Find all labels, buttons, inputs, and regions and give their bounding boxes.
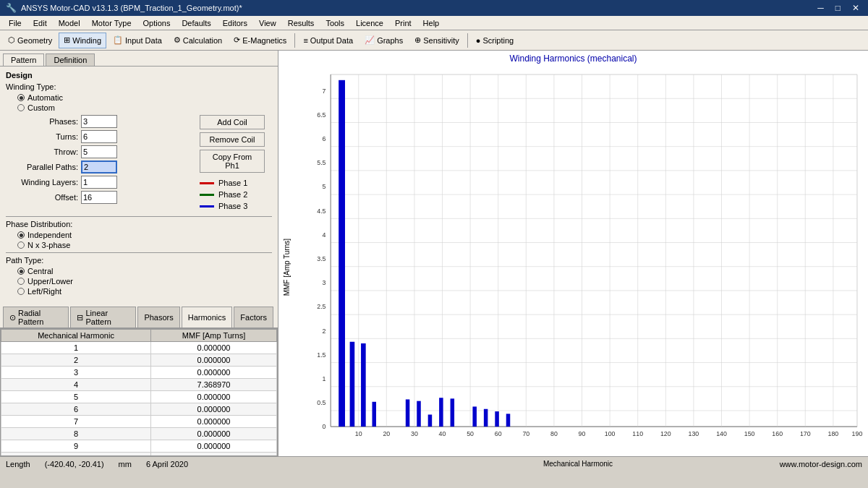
radio-custom-label: Custom xyxy=(27,103,55,112)
restore-button[interactable]: □ xyxy=(833,3,843,13)
toolbar-sensitivity[interactable]: ⊕ Sensitivity xyxy=(409,33,464,48)
title-bar-controls[interactable]: ─ □ ✕ xyxy=(814,3,862,13)
harmonic-number: 7 xyxy=(1,416,151,428)
offset-input[interactable] xyxy=(81,191,117,204)
tab-pattern[interactable]: Pattern xyxy=(3,53,44,66)
menu-file[interactable]: File xyxy=(3,16,27,30)
toolbar-emagnetics[interactable]: ⟳ E-Magnetics xyxy=(229,33,292,48)
svg-text:2.5: 2.5 xyxy=(317,303,326,310)
design-section: Design Winding Type: Automatic Custom xyxy=(0,67,278,302)
toolbar-winding[interactable]: ⊞ Winding xyxy=(59,33,106,48)
toolbar-calculation[interactable]: ⚙ Calculation xyxy=(169,33,227,48)
svg-rect-0 xyxy=(331,74,857,427)
parallel-paths-input[interactable] xyxy=(81,160,117,174)
geometry-icon: ⬡ xyxy=(8,35,15,45)
menu-options[interactable]: Options xyxy=(137,16,176,30)
radio-upperlower-label: Upper/Lower xyxy=(27,277,73,286)
toolbar-separator-2 xyxy=(467,33,468,48)
svg-text:1: 1 xyxy=(323,375,326,382)
legend-phase2-label: Phase 2 xyxy=(218,190,247,199)
menu-edit[interactable]: Edit xyxy=(27,16,53,30)
radio-independent[interactable]: Independent xyxy=(17,231,272,239)
turns-group: Turns: xyxy=(6,130,194,143)
toolbar-input-data[interactable]: 📋 Input Data xyxy=(108,33,167,48)
copy-from-ph1-button[interactable]: Copy From Ph1 xyxy=(200,150,265,173)
toolbar-geometry[interactable]: ⬡ Geometry xyxy=(3,33,57,48)
toolbar-graphs[interactable]: 📈 Graphs xyxy=(359,33,408,48)
harmonic-number: 9 xyxy=(1,440,151,453)
svg-text:0: 0 xyxy=(323,423,326,430)
svg-text:5: 5 xyxy=(323,183,326,190)
menu-tools[interactable]: Tools xyxy=(320,16,350,30)
menu-licence[interactable]: Licence xyxy=(350,16,389,30)
chart-svg-container: 0 0.5 1 1.5 2 2.5 3 3.5 4 4.5 5 5.5 6 6.… xyxy=(291,67,865,458)
menu-results[interactable]: Results xyxy=(282,16,320,30)
tab-factors[interactable]: Factors xyxy=(234,307,273,328)
mmf-value: 7.368970 xyxy=(151,379,277,391)
divider-2 xyxy=(6,252,272,253)
throw-label: Throw: xyxy=(6,147,78,156)
harmonic-number: 10 xyxy=(1,453,151,457)
tab-radial-pattern[interactable]: ⊙ Radial Pattern xyxy=(3,307,69,328)
svg-text:120: 120 xyxy=(660,430,671,437)
chart-inner: 0 0.5 1 1.5 2 2.5 3 3.5 4 4.5 5 5.5 6 6.… xyxy=(291,67,865,468)
menu-help[interactable]: Help xyxy=(417,16,446,30)
throw-input[interactable] xyxy=(81,145,117,158)
menu-motor-type[interactable]: Motor Type xyxy=(86,16,137,30)
svg-text:0.5: 0.5 xyxy=(317,399,326,406)
radio-independent-circle xyxy=(17,231,25,239)
remove-coil-button[interactable]: Remove Coil xyxy=(200,132,265,147)
path-type-radios: Central Upper/Lower Left/Right xyxy=(17,267,272,296)
radio-nx3phase[interactable]: N x 3-phase xyxy=(17,241,272,249)
toolbar-scripting[interactable]: ● Scripting xyxy=(471,33,519,48)
svg-text:170: 170 xyxy=(800,430,811,437)
tab-harmonics[interactable]: Harmonics xyxy=(182,307,233,328)
harmonics-table[interactable]: Mechanical Harmonic MMF [Amp Turns] 10.0… xyxy=(0,328,278,456)
graphs-icon: 📈 xyxy=(365,35,375,45)
add-coil-button[interactable]: Add Coil xyxy=(200,115,265,129)
y-axis-label: MMF [Amp Turns] xyxy=(281,67,291,468)
bar-h16 xyxy=(372,402,376,427)
radio-independent-label: Independent xyxy=(27,231,72,239)
radio-central[interactable]: Central xyxy=(17,267,272,275)
turns-label: Turns: xyxy=(6,132,78,141)
phases-input[interactable] xyxy=(81,115,117,128)
radio-leftright[interactable]: Left/Right xyxy=(17,287,272,296)
tab-linear-pattern[interactable]: ⊟ Linear Pattern xyxy=(70,307,136,328)
toolbar-output-data[interactable]: ≡ Output Data xyxy=(298,33,358,48)
design-label: Design xyxy=(6,71,272,80)
svg-text:190: 190 xyxy=(852,430,863,437)
title-bar-left: 🔧 ANSYS Motor-CAD v13.1.3 (BPM_Traction_… xyxy=(6,3,242,13)
offset-group: Offset: xyxy=(6,191,194,204)
svg-text:60: 60 xyxy=(495,430,502,437)
throw-group: Throw: xyxy=(6,145,194,158)
table-row: 10.000000 xyxy=(1,342,277,354)
turns-input[interactable] xyxy=(81,130,117,143)
harmonic-number: 4 xyxy=(1,379,151,391)
mmf-value: 0.000000 xyxy=(151,391,277,403)
menu-model[interactable]: Model xyxy=(53,16,86,30)
menu-view[interactable]: View xyxy=(253,16,282,30)
menu-editors[interactable]: Editors xyxy=(217,16,253,30)
winding-layers-input[interactable] xyxy=(81,176,117,189)
toolbar-separator-1 xyxy=(294,33,295,48)
menu-defaults[interactable]: Defaults xyxy=(176,16,216,30)
phase-dist-radios: Independent N x 3-phase xyxy=(17,231,272,249)
tab-pattern-label: Pattern xyxy=(11,56,36,64)
svg-text:150: 150 xyxy=(744,430,755,437)
tab-phasors[interactable]: Phasors xyxy=(137,307,179,328)
bar-h56 xyxy=(484,409,488,427)
tab-definition[interactable]: Definition xyxy=(46,53,95,66)
radio-custom[interactable]: Custom xyxy=(17,103,272,112)
chart-legend: Phase 1 Phase 2 Phase 3 xyxy=(200,179,272,213)
tab-linear-pattern-label: Linear Pattern xyxy=(85,309,129,326)
minimize-button[interactable]: ─ xyxy=(814,3,827,13)
bar-h32 xyxy=(417,401,421,427)
svg-text:1.5: 1.5 xyxy=(317,351,326,359)
radio-upperlower[interactable]: Upper/Lower xyxy=(17,277,272,286)
radio-automatic[interactable]: Automatic xyxy=(17,93,272,102)
radio-automatic-circle xyxy=(17,94,25,101)
close-button[interactable]: ✕ xyxy=(849,3,862,13)
menu-print[interactable]: Print xyxy=(389,16,417,30)
emagnetics-icon: ⟳ xyxy=(234,35,240,45)
